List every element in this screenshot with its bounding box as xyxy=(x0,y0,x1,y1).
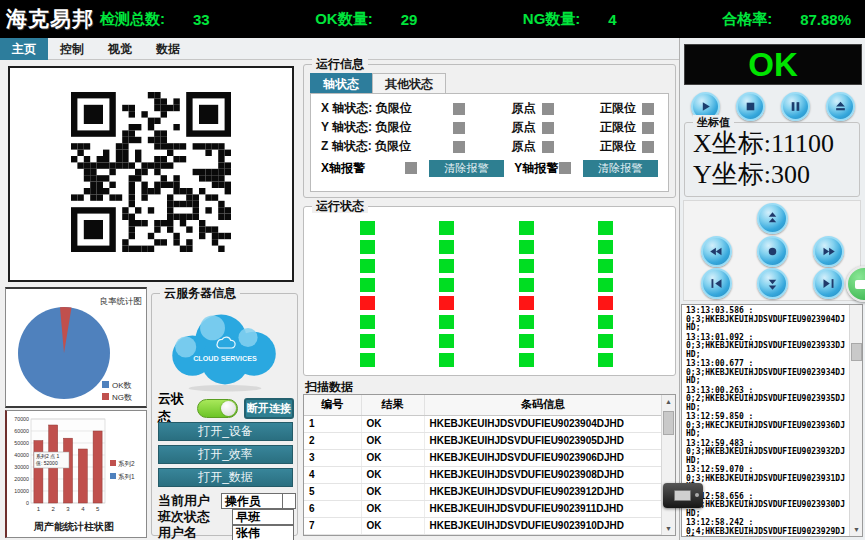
topbar-stats: 检测总数: 33 OK数量: 29 NG数量: 4 合格率: 87.88% xyxy=(100,10,851,29)
field-row: 用户名 张伟 xyxy=(158,524,296,540)
table-row[interactable]: 4OKHKEBJKEUIHJDSVDUFIEU9023908DJHD xyxy=(304,466,662,483)
status-indicator-ok xyxy=(360,259,375,273)
clear-alarm-button[interactable]: 清除报警 xyxy=(583,160,658,177)
runinfo-tab-轴状态[interactable]: 轴状态 xyxy=(310,73,372,93)
pause-button[interactable] xyxy=(781,92,810,121)
clear-alarm-button[interactable]: 清除报警 xyxy=(429,160,504,177)
axis-status-content: X 轴状态: 负限位 原点 正限位 Y 轴状态: 负限位 原点 正限位 Z 轴状… xyxy=(310,93,669,192)
jog-down-button[interactable] xyxy=(757,268,788,299)
status-indicator-ok xyxy=(439,278,454,292)
run-status-panel: 运行状态 xyxy=(303,206,676,376)
stat-label: 合格率: xyxy=(722,10,772,29)
communication-log[interactable]: ▼ 13:13:03.586 : 0;3;HKEBJKEUIHJDSVDUFIE… xyxy=(681,304,863,537)
app-logo: 海克易邦 xyxy=(6,5,94,33)
origin-indicator xyxy=(542,103,554,115)
table-row[interactable]: 2OKHKEBJKEUIHJDSVDUFIEU9023905DJHD xyxy=(304,432,662,449)
alarm-row: X轴报警 清除报警Y轴报警 清除报警 xyxy=(311,156,668,180)
log-message: 0;3;HKEBJKEUIHJDSVDUFIEU9023934DJHD; xyxy=(686,369,847,386)
eject-icon xyxy=(834,100,847,113)
dropdown-arrow[interactable] xyxy=(283,493,296,509)
origin-indicator xyxy=(542,122,554,134)
jog-up-button[interactable] xyxy=(757,203,788,234)
svg-text:0: 0 xyxy=(26,500,29,506)
device-screen-icon xyxy=(674,490,691,501)
table-row[interactable]: 7OKHKEBJKEUIHJDSVDUFIEU9023910DJHD xyxy=(304,517,662,534)
table-cell: HKEBJKEUIHJDSVDUFIEU9023905DJHD xyxy=(424,432,662,449)
table-cell: HKEBJKEUIHJDSVDUFIEU9023912DJHD xyxy=(424,483,662,500)
status-indicator-ok xyxy=(360,353,375,367)
coordinate-panel: 坐标值 X坐标:11100 Y坐标:300 xyxy=(684,122,860,197)
runinfo-tab-其他状态[interactable]: 其他状态 xyxy=(372,73,446,93)
svg-text:OK数: OK数 xyxy=(112,381,132,390)
status-column xyxy=(439,221,454,367)
field-input[interactable]: 早班 xyxy=(232,509,294,525)
table-header-row: 编号结果条码信息 xyxy=(304,395,662,415)
double-up-icon xyxy=(765,211,780,226)
svg-text:50000: 50000 xyxy=(14,440,29,446)
tab-视觉[interactable]: 视觉 xyxy=(96,38,144,60)
scroll-down-arrow[interactable]: ▼ xyxy=(662,522,675,535)
field-input[interactable]: 张伟 xyxy=(232,525,294,540)
table-row[interactable]: 1OKHKEBJKEUIHJDSVDUFIEU9023904DJHD xyxy=(304,415,662,432)
field-input[interactable]: 操作员 xyxy=(221,493,283,509)
log-scrollbar[interactable]: ▼ xyxy=(849,305,862,536)
eject-button[interactable] xyxy=(826,92,855,121)
status-column xyxy=(360,221,375,367)
open-button-0[interactable]: 打开_设备 xyxy=(158,422,293,441)
table-scrollbar[interactable]: ▲ ▼ xyxy=(661,395,675,535)
log-message: 0;3;HKEBJKEUIHJDSVDUFIEU9023932DJHD; xyxy=(686,448,847,465)
tab-主页[interactable]: 主页 xyxy=(0,38,48,60)
stop-button[interactable] xyxy=(736,92,765,121)
status-indicator-ok xyxy=(360,334,375,348)
status-indicator-ok xyxy=(439,315,454,329)
tab-数据[interactable]: 数据 xyxy=(144,38,192,60)
stat-value: 4 xyxy=(608,11,616,28)
open-button-2[interactable]: 打开_数据 xyxy=(158,468,293,487)
status-indicator-ok xyxy=(598,315,613,329)
log-scrollbar-thumb[interactable] xyxy=(851,343,862,361)
scrollbar-thumb[interactable] xyxy=(663,411,674,435)
svg-text:良率统计图: 良率统计图 xyxy=(100,296,143,306)
svg-text:5: 5 xyxy=(96,506,100,512)
cloud-panel-title: 云服务器信息 xyxy=(160,286,240,300)
yield-pie-chart: 良率统计图OK数NG数 xyxy=(5,287,147,408)
column-header[interactable]: 条码信息 xyxy=(424,395,662,415)
alarm-label: Y轴报警 xyxy=(514,160,559,177)
column-header[interactable]: 编号 xyxy=(304,395,361,415)
origin-label: 原点 xyxy=(512,100,536,117)
capacity-bar-chart: 0100002000030000400005000060000700001234… xyxy=(5,410,147,538)
svg-text:系列2: 系列2 xyxy=(118,460,135,467)
home-button[interactable] xyxy=(701,268,732,299)
axis-label: X 轴状态: 负限位 xyxy=(321,100,453,117)
log-message: 0;3;HKEBJKEUIHJDSVDUFIEU9023904DJHD; xyxy=(686,316,847,333)
alarm-label: X轴报警 xyxy=(321,160,405,177)
column-header[interactable]: 结果 xyxy=(361,395,424,415)
tab-控制[interactable]: 控制 xyxy=(48,38,96,60)
scroll-up-arrow[interactable]: ▲ xyxy=(662,395,675,408)
status-indicator-ok xyxy=(598,240,613,254)
disconnect-button[interactable]: 断开连接 xyxy=(244,398,294,419)
floating-device-widget[interactable] xyxy=(663,483,703,508)
svg-text:2: 2 xyxy=(52,506,56,512)
table-cell: OK xyxy=(361,449,424,466)
stat-value: 87.88% xyxy=(800,11,851,28)
log-message: 0;3;HKEBJKEUIHJDSVDUFIEU9023930DJHD; xyxy=(686,501,847,518)
topbar: 海克易邦 检测总数: 33 OK数量: 29 NG数量: 4 合格率: 87.8… xyxy=(0,0,865,38)
jog-left-button[interactable] xyxy=(701,236,732,267)
table-cell: OK xyxy=(361,415,424,432)
table-row[interactable]: 3OKHKEBJKEUIHJDSVDUFIEU9023906DJHD xyxy=(304,449,662,466)
jog-right-button[interactable] xyxy=(813,236,844,267)
center-stop-button[interactable] xyxy=(757,236,788,267)
table-row[interactable]: 5OKHKEBJKEUIHJDSVDUFIEU9023912DJHD xyxy=(304,483,662,500)
open-button-1[interactable]: 打开_效率 xyxy=(158,445,293,464)
cloud-status-row: 云状态 断开连接 xyxy=(158,396,294,420)
log-entry: 13:12:59.483 : 0;3;HKEBJKEUIHJDSVDUFIEU9… xyxy=(686,440,847,466)
run-info-tabs: 轴状态其他状态 xyxy=(310,73,446,93)
log-scroll-down-arrow[interactable]: ▼ xyxy=(850,523,863,536)
cloud-status-toggle[interactable] xyxy=(197,399,238,418)
status-indicator-ok xyxy=(519,259,534,273)
log-entry: 13:13:00.677 : 0;3;HKEBJKEUIHJDSVDUFIEU9… xyxy=(686,360,847,386)
table-row[interactable]: 6OKHKEBJKEUIHJDSVDUFIEU9023911DJHD xyxy=(304,500,662,517)
svg-text:70000: 70000 xyxy=(14,416,29,422)
end-button[interactable] xyxy=(813,268,844,299)
